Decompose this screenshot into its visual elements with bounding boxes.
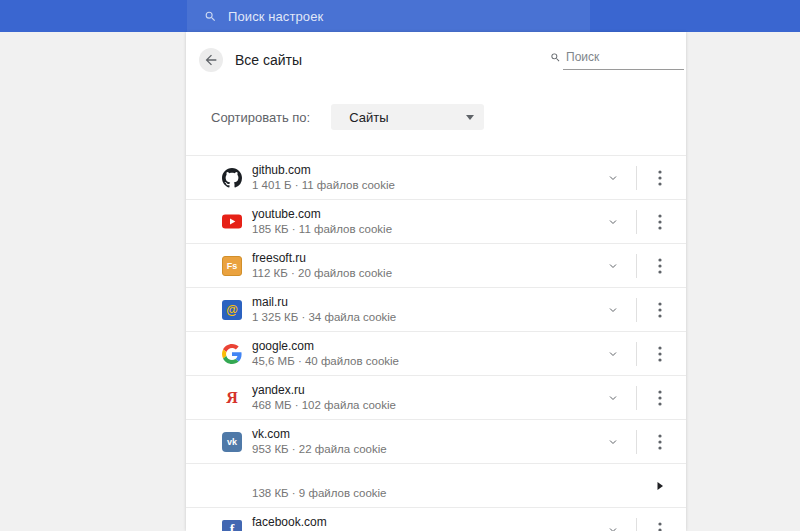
more-button[interactable] bbox=[648, 342, 672, 366]
sort-row: Сортировать по: Сайты bbox=[186, 88, 686, 130]
divider bbox=[636, 298, 637, 322]
divider bbox=[636, 210, 637, 234]
youtube-favicon-icon bbox=[222, 212, 242, 232]
kebab-menu-icon bbox=[658, 302, 662, 318]
all-sites-card: Все сайты Поиск Сортировать по: Сайты gi… bbox=[186, 32, 686, 531]
mailru-favicon-icon: @ bbox=[222, 300, 242, 320]
site-name: youtube.com bbox=[252, 207, 601, 222]
site-details: 1 401 Б · 11 файлов cookie bbox=[252, 178, 601, 192]
chevron-down-icon bbox=[607, 172, 619, 184]
divider bbox=[636, 386, 637, 410]
kebab-menu-icon bbox=[658, 170, 662, 186]
site-row[interactable]: f facebook.com 3 000 Б · 13 файлов cooki… bbox=[186, 508, 686, 531]
settings-search-field[interactable]: Поиск настроек bbox=[187, 0, 590, 32]
expand-button[interactable] bbox=[601, 342, 625, 366]
vk-favicon-icon: vk bbox=[222, 432, 242, 452]
chevron-down-icon bbox=[607, 216, 619, 228]
divider bbox=[636, 430, 637, 454]
search-icon bbox=[204, 10, 217, 23]
more-button[interactable] bbox=[648, 518, 672, 531]
sort-dropdown[interactable]: Сайты bbox=[331, 104, 484, 130]
expand-button[interactable] bbox=[601, 166, 625, 190]
yandex-favicon-icon: Я bbox=[222, 388, 242, 408]
site-list: github.com 1 401 Б · 11 файлов cookie yo… bbox=[186, 155, 686, 531]
expand-arrow-button[interactable] bbox=[648, 474, 672, 498]
site-row[interactable]: @ mail.ru 1 325 КБ · 34 файла cookie bbox=[186, 288, 686, 332]
more-button[interactable] bbox=[648, 210, 672, 234]
kebab-menu-icon bbox=[658, 346, 662, 362]
expand-button[interactable] bbox=[601, 298, 625, 322]
expand-button[interactable] bbox=[601, 518, 625, 531]
kebab-menu-icon bbox=[658, 390, 662, 406]
google-favicon-icon bbox=[222, 344, 242, 364]
site-details: 468 МБ · 102 файла cookie bbox=[252, 398, 601, 412]
github-favicon-icon bbox=[222, 168, 242, 188]
divider bbox=[636, 518, 637, 531]
site-details: 45,6 МБ · 40 файлов cookie bbox=[252, 354, 601, 368]
site-row[interactable]: github.com 1 401 Б · 11 файлов cookie bbox=[186, 156, 686, 200]
site-name: mail.ru bbox=[252, 295, 601, 310]
site-row[interactable]: vk vk.com 953 КБ · 22 файла cookie bbox=[186, 420, 686, 464]
no-icon bbox=[222, 476, 242, 496]
site-row[interactable]: Я yandex.ru 468 МБ · 102 файла cookie bbox=[186, 376, 686, 420]
triangle-right-icon bbox=[656, 482, 664, 490]
site-search-field[interactable]: Поиск bbox=[550, 50, 684, 70]
site-name: yandex.ru bbox=[252, 383, 601, 398]
expand-button[interactable] bbox=[601, 386, 625, 410]
site-details: 1 325 КБ · 34 файла cookie bbox=[252, 310, 601, 324]
site-name bbox=[252, 471, 648, 486]
kebab-menu-icon bbox=[658, 434, 662, 450]
sort-dropdown-value: Сайты bbox=[349, 110, 466, 125]
more-button[interactable] bbox=[648, 430, 672, 454]
more-button[interactable] bbox=[648, 298, 672, 322]
site-row[interactable]: youtube.com 185 КБ · 11 файлов cookie bbox=[186, 200, 686, 244]
site-details: 953 КБ · 22 файла cookie bbox=[252, 442, 601, 456]
freesoft-favicon-icon: Fs bbox=[222, 256, 242, 276]
more-button[interactable] bbox=[648, 386, 672, 410]
site-name: google.com bbox=[252, 339, 601, 354]
site-name: freesoft.ru bbox=[252, 251, 601, 266]
divider bbox=[636, 342, 637, 366]
divider bbox=[636, 254, 637, 278]
chevron-down-icon bbox=[607, 524, 619, 531]
site-name: github.com bbox=[252, 163, 601, 178]
site-row[interactable]: Fs freesoft.ru 112 КБ · 20 файлов cookie bbox=[186, 244, 686, 288]
site-name: facebook.com bbox=[252, 515, 601, 530]
chevron-down-icon bbox=[607, 260, 619, 272]
expand-button[interactable] bbox=[601, 254, 625, 278]
site-details: 112 КБ · 20 файлов cookie bbox=[252, 266, 601, 280]
site-row[interactable]: google.com 45,6 МБ · 40 файлов cookie bbox=[186, 332, 686, 376]
facebook-favicon-icon: f bbox=[222, 520, 242, 531]
sort-label: Сортировать по: bbox=[211, 110, 310, 125]
settings-search-placeholder: Поиск настроек bbox=[228, 9, 323, 24]
kebab-menu-icon bbox=[658, 214, 662, 230]
arrow-left-icon bbox=[203, 52, 219, 68]
back-button[interactable] bbox=[199, 48, 223, 72]
more-button[interactable] bbox=[648, 166, 672, 190]
site-details: 138 КБ · 9 файлов cookie bbox=[252, 486, 648, 500]
site-row[interactable]: 138 КБ · 9 файлов cookie bbox=[186, 464, 686, 508]
chevron-down-icon bbox=[607, 436, 619, 448]
chevron-down-icon bbox=[607, 304, 619, 316]
chevron-down-icon bbox=[607, 348, 619, 360]
settings-toolbar: Поиск настроек bbox=[0, 0, 800, 32]
kebab-menu-icon bbox=[658, 522, 662, 531]
page-title: Все сайты bbox=[235, 52, 302, 68]
card-header: Все сайты Поиск bbox=[186, 32, 686, 88]
more-button[interactable] bbox=[648, 254, 672, 278]
divider bbox=[636, 166, 637, 190]
expand-button[interactable] bbox=[601, 430, 625, 454]
site-name: vk.com bbox=[252, 427, 601, 442]
site-details: 185 КБ · 11 файлов cookie bbox=[252, 222, 601, 236]
expand-button[interactable] bbox=[601, 210, 625, 234]
search-icon bbox=[550, 52, 561, 63]
dropdown-arrow-icon bbox=[466, 115, 474, 120]
chevron-down-icon bbox=[607, 392, 619, 404]
kebab-menu-icon bbox=[658, 258, 662, 274]
site-search-placeholder: Поиск bbox=[563, 50, 684, 70]
